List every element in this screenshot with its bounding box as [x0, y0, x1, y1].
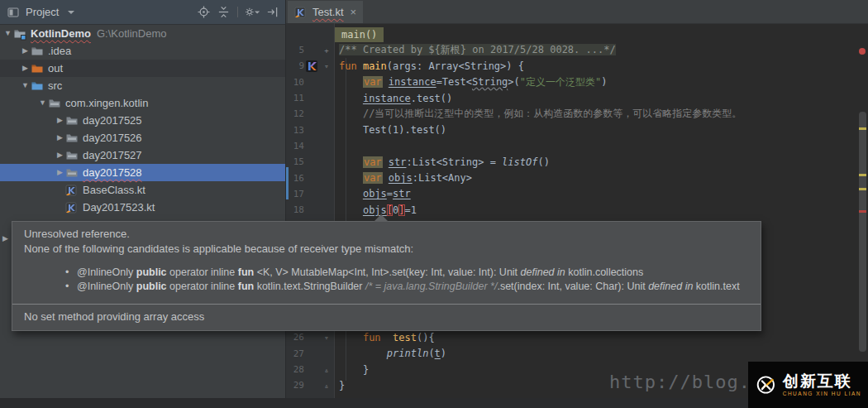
- chevron-collapsed-icon[interactable]: ▶: [55, 112, 65, 129]
- tree-item-out[interactable]: ▶out: [0, 60, 285, 77]
- chevron-collapsed-icon[interactable]: ▶: [55, 129, 65, 146]
- locate-file-icon[interactable]: [196, 5, 211, 20]
- tree-item-kotlindemo[interactable]: ▼KotlinDemoG:\KotlinDemo: [0, 25, 285, 42]
- code-text[interactable]: //当可以推断出泛型中的类型，例如：从构造函数的参数等，可以省略指定参数类型。: [334, 107, 742, 121]
- fold-marker-icon[interactable]: ▵: [319, 382, 334, 390]
- line-number: 18: [286, 204, 304, 215]
- code-text[interactable]: }: [334, 380, 345, 391]
- code-line-15[interactable]: 15 var str:List<String> = listOf(): [286, 154, 856, 170]
- chevron-right-icon[interactable]: ▶: [2, 234, 8, 242]
- candidate-list: @InlineOnly public operator inline fun <…: [12, 266, 761, 294]
- code-text[interactable]: }: [334, 364, 369, 376]
- chevron-expanded-icon[interactable]: ▼: [2, 25, 13, 42]
- code-line-16[interactable]: 16 var objs:List<Any>: [286, 170, 856, 185]
- kotlin-k-icon: [304, 60, 319, 72]
- chevron-collapsed-icon[interactable]: ▶: [55, 146, 65, 164]
- code-line-26[interactable]: 26▿ fun test(){: [286, 329, 856, 345]
- code-text[interactable]: var instance=Test<String>("定义一个泛型类"): [334, 75, 607, 89]
- tree-item-day2017526[interactable]: ▶day2017526: [0, 129, 285, 146]
- code-line-17[interactable]: 17 objs=str: [286, 186, 856, 202]
- tree-item-com-xingen-kotlin[interactable]: ▼com.xingen.kotlin: [0, 94, 285, 112]
- chevron-collapsed-icon[interactable]: ▶: [55, 164, 65, 181]
- stripe-mark-warning[interactable]: [859, 127, 866, 130]
- code-line-12[interactable]: 12 //当可以推断出泛型中的类型，例如：从构造函数的参数等，可以省略指定参数类…: [286, 106, 856, 122]
- close-icon[interactable]: ×: [351, 6, 357, 18]
- code-token: println: [387, 348, 429, 359]
- code-line-10[interactable]: 10 var instance=Test<String>("定义一个泛型类"): [286, 74, 856, 90]
- package-icon: [48, 97, 61, 110]
- code-token: [339, 348, 387, 359]
- code-token: [339, 188, 363, 199]
- fold-marker-icon[interactable]: ▿: [319, 334, 334, 342]
- tab-test-kt[interactable]: Test.kt ×: [288, 1, 363, 23]
- stripe-mark-warning[interactable]: [859, 188, 866, 190]
- code-line-18[interactable]: 18 objs[0]=1: [286, 202, 856, 218]
- chevron-expanded-icon[interactable]: ▼: [37, 94, 48, 112]
- code-text[interactable]: Test(1).test(): [334, 124, 446, 136]
- tree-item-day2017523-kt[interactable]: Day2017523.kt: [0, 199, 285, 216]
- chevron-collapsed-icon[interactable]: ▶: [20, 60, 31, 77]
- code-text[interactable]: objs=str: [334, 188, 411, 199]
- settings-gear-icon[interactable]: [245, 5, 260, 20]
- code-line-9[interactable]: 9▿fun main(args: Array<String>) {: [286, 58, 856, 74]
- tree-item-day2017527[interactable]: ▶day2017527: [0, 146, 285, 164]
- error-stripe[interactable]: [856, 0, 868, 408]
- project-tree[interactable]: ▼KotlinDemoG:\KotlinDemo▶.idea▶out▼src▼c…: [0, 25, 285, 216]
- stripe-mark-warning[interactable]: [859, 174, 866, 176]
- tree-item-day2017528[interactable]: ▶day2017528: [0, 164, 285, 181]
- editor-area[interactable]: Test.kt × main() 5+/** Created by ${新根} …: [286, 0, 868, 408]
- code-line-14[interactable]: 14: [286, 138, 856, 154]
- fold-marker-icon[interactable]: ▿: [319, 62, 334, 70]
- line-number: 13: [286, 125, 304, 136]
- folder-icon: [31, 45, 44, 58]
- code-line-11[interactable]: 11 instance.test(): [286, 90, 856, 106]
- tree-item-day2017525[interactable]: ▶day2017525: [0, 112, 285, 129]
- hide-panel-icon[interactable]: [265, 5, 279, 20]
- error-tooltip: Unresolved reference. None of the follow…: [12, 221, 761, 331]
- code-line-13[interactable]: 13 Test(1).test(): [286, 122, 856, 137]
- code-token: t: [435, 348, 441, 359]
- chevron-down-icon[interactable]: [64, 5, 79, 20]
- file-errors-indicator[interactable]: [859, 48, 866, 55]
- code-line-5[interactable]: 5+/** Created by ${新根} on 2017/5/28 0028…: [286, 42, 856, 58]
- code-token: Test(1).test(): [363, 124, 446, 136]
- source-folder-icon: [31, 79, 44, 93]
- chevron-expanded-icon[interactable]: ▼: [20, 77, 31, 94]
- code-token: main: [363, 60, 387, 72]
- package-icon: [65, 132, 79, 145]
- code-text[interactable]: fun test(){: [334, 332, 435, 343]
- code-token: (: [428, 348, 434, 359]
- scrollbar-thumb[interactable]: [859, 112, 866, 352]
- fold-marker-icon[interactable]: ▵: [319, 366, 334, 374]
- collapse-all-icon[interactable]: [216, 5, 231, 20]
- tree-item--idea[interactable]: ▶.idea: [0, 42, 285, 60]
- tree-item-baseclass-kt[interactable]: BaseClass.kt: [0, 181, 285, 199]
- code-line-27[interactable]: 27 println(t): [286, 346, 856, 362]
- code-text[interactable]: /** Created by ${新根} on 2017/5/28 0028. …: [334, 43, 616, 57]
- code-token: //当可以推断出泛型中的类型，例如：从构造函数的参数等，可以省略指定参数类型。: [363, 108, 742, 119]
- code-token: [339, 76, 363, 88]
- kotlin-file-icon: [294, 6, 308, 19]
- code-text[interactable]: fun main(args: Array<String>) {: [334, 60, 524, 72]
- code-token: fun: [363, 332, 393, 343]
- tooltip-footer: No set method providing array access: [12, 304, 761, 330]
- code-token: :List<String> =: [407, 156, 503, 168]
- code-lines[interactable]: 5+/** Created by ${新根} on 2017/5/28 0028…: [286, 42, 856, 394]
- code-text[interactable]: var str:List<String> = listOf(): [334, 156, 550, 168]
- code-token: }: [339, 380, 345, 391]
- code-token: [339, 332, 363, 343]
- code-token: [339, 93, 363, 104]
- line-number: 15: [286, 156, 304, 167]
- tree-item-label: KotlinDemo: [31, 27, 91, 40]
- stripe-mark-error[interactable]: [859, 210, 866, 213]
- code-token: instance: [389, 76, 436, 88]
- code-text[interactable]: instance.test(): [334, 93, 452, 104]
- fold-marker-icon[interactable]: +: [319, 46, 334, 55]
- code-text[interactable]: var objs:List<Any>: [334, 172, 472, 184]
- logo-title: 创新互联: [783, 373, 861, 389]
- tree-item-src[interactable]: ▼src: [0, 77, 285, 94]
- chevron-collapsed-icon[interactable]: ▶: [20, 42, 31, 60]
- code-text[interactable]: println(t): [334, 348, 446, 359]
- line-number: 10: [286, 77, 304, 88]
- tree-item-label: src: [48, 79, 62, 92]
